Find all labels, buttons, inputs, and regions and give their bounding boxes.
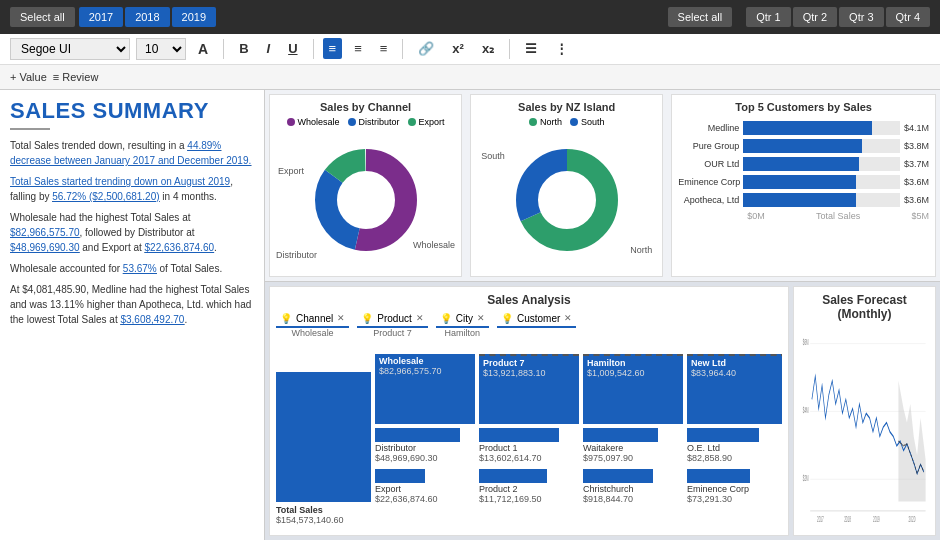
distributor-block: Distributor $48,969,690.30 [375,426,475,465]
total-sales-col-value: $154,573,140.60 [276,515,371,525]
wholesale-legend-dot [287,118,295,126]
island-legend-south: South [570,117,605,127]
select-all-qtrs-button[interactable]: Select all [668,7,733,27]
channel-legend-export: Export [408,117,445,127]
wholesale-pct-link[interactable]: 53.67% [123,263,157,274]
product1-bar [479,428,559,442]
sales-summary-title: SALES SUMMARY [10,98,254,124]
bold-button[interactable]: B [233,38,254,59]
summary-text: Total Sales trended down, resulting in a… [10,138,254,327]
wholesale-donut-label: Wholesale [413,240,455,250]
summary-para-3: Wholesale had the highest Total Sales at… [10,210,254,255]
svg-text:$2M: $2M [803,473,809,482]
south-legend-dot [570,118,578,126]
channel-legend: Wholesale Distributor Export [276,117,455,127]
subscript-button[interactable]: x₂ [476,38,500,59]
waitakere-block: Waitakere $975,097.90 [583,426,683,465]
svg-text:$6M: $6M [803,337,809,346]
puregroup-bar [743,139,862,153]
svg-marker-18 [898,380,925,501]
ourltd-label: OUR Ltd [678,159,743,169]
city-breakdown-col: Hamilton $1,009,542.60 Waitakere $975,09… [583,344,683,529]
year-2018-button[interactable]: 2018 [125,7,169,27]
customer-filter-label: Customer [517,313,560,324]
eminencecorp-bar [687,469,750,483]
apotheca-link[interactable]: $3,608,492.70 [120,314,184,325]
indent-button[interactable]: ⋮ [549,38,574,59]
align-center-button[interactable]: ≡ [348,38,368,59]
medline-value: $4.1M [900,123,929,133]
eminence-value: $3.6M [900,177,929,187]
main-charts-section: Sales by Channel Wholesale Distributor [265,90,940,540]
medline-bar [743,121,872,135]
year-2017-button[interactable]: 2017 [79,7,123,27]
wholesale-link[interactable]: $82,966,575.70 [10,227,80,238]
align-left-button[interactable]: ≡ [323,38,343,59]
ourltd-value: $3.7M [900,159,929,169]
channel-filter-chip[interactable]: 💡 Channel ✕ [276,311,349,328]
eminence-track [743,175,900,189]
toolbar-separator4 [509,39,510,59]
product-filter-value: Product 7 [373,328,412,338]
channel-breakdown-col: Wholesale $82,966,575.70 Distributor $48… [375,344,475,529]
trend-link-3[interactable]: 56.72% ($2,500,681.20) [52,191,159,202]
customer-breakdown-col: New Ltd $83,964.40 O.E. Ltd $82,858.90 E… [687,344,782,529]
italic-button[interactable]: I [261,38,277,59]
qtr4-button[interactable]: Qtr 4 [886,7,930,27]
city-close-icon[interactable]: ✕ [477,313,485,323]
eminencecorp-block: Eminence Corp $73,291.30 [687,467,782,506]
trend-link-2[interactable]: Total Sales started trending down on Aug… [10,176,230,187]
align-right-button[interactable]: ≡ [374,38,394,59]
toolbar-format-row: Segoe UI 10 A B I U ≡ ≡ ≡ 🔗 x² x₂ ☰ ⋮ [0,34,940,65]
value-button[interactable]: + Value [10,71,47,83]
north-legend-dot [529,118,537,126]
analysis-title: Sales Analysis [276,293,782,307]
distributor-legend-dot [348,118,356,126]
font-family-select[interactable]: Segoe UI [10,38,130,60]
christchurch-block: Christchurch $918,844.70 [583,467,683,506]
channel-close-icon[interactable]: ✕ [337,313,345,323]
eminence-label: Eminence Corp [678,177,743,187]
medline-track [743,121,900,135]
export-block: Export $22,636,874.60 [375,467,475,506]
distributor-link[interactable]: $48,969,690.30 [10,242,80,253]
apotheca-bar [743,193,856,207]
apotheca-label: Apotheca, Ltd [678,195,743,205]
sales-analysis-panel: Sales Analysis 💡 Channel ✕ Wholesale [269,286,789,536]
font-size-select[interactable]: 10 [136,38,186,60]
ourltd-bar [743,157,859,171]
product1-block: Product 1 $13,602,614.70 [479,426,579,465]
svg-text:2017: 2017 [817,514,824,523]
underline-button[interactable]: U [282,38,303,59]
christchurch-bar [583,469,653,483]
summary-para-1: Total Sales trended down, resulting in a… [10,138,254,168]
superscript-button[interactable]: x² [446,38,470,59]
product-close-icon[interactable]: ✕ [416,313,424,323]
product2-bar [479,469,547,483]
font-color-button[interactable]: A [192,38,214,60]
customer-close-icon[interactable]: ✕ [564,313,572,323]
eminence-bar [743,175,856,189]
product-filter-label: Product [377,313,411,324]
city-filter-chip[interactable]: 💡 City ✕ [436,311,489,328]
link-button[interactable]: 🔗 [412,38,440,59]
customer-filter-chip[interactable]: 💡 Customer ✕ [497,311,576,328]
product-filter-chip[interactable]: 💡 Product ✕ [357,311,427,328]
list-button[interactable]: ☰ [519,38,543,59]
filter-customer: 💡 Customer ✕ [497,311,576,338]
channel-donut-svg [301,145,431,255]
toolbar-action-row: + Value ≡ Review [0,65,940,89]
bar-row-apotheca: Apotheca, Ltd $3.6M [678,193,929,207]
qtr2-button[interactable]: Qtr 2 [793,7,837,27]
channel-bulb-icon: 💡 [280,313,292,324]
trend-link-1[interactable]: 44.89% decrease between January 2017 and… [10,140,251,166]
wholesale-legend-label: Wholesale [298,117,340,127]
select-all-years-button[interactable]: Select all [10,7,75,27]
summary-para-2: Total Sales started trending down on Aug… [10,174,254,204]
qtr1-button[interactable]: Qtr 1 [746,7,790,27]
island-donut-svg [502,145,632,255]
review-button[interactable]: ≡ Review [53,71,99,83]
export-link[interactable]: $22,636,874.60 [145,242,215,253]
year-2019-button[interactable]: 2019 [172,7,216,27]
qtr3-button[interactable]: Qtr 3 [839,7,883,27]
